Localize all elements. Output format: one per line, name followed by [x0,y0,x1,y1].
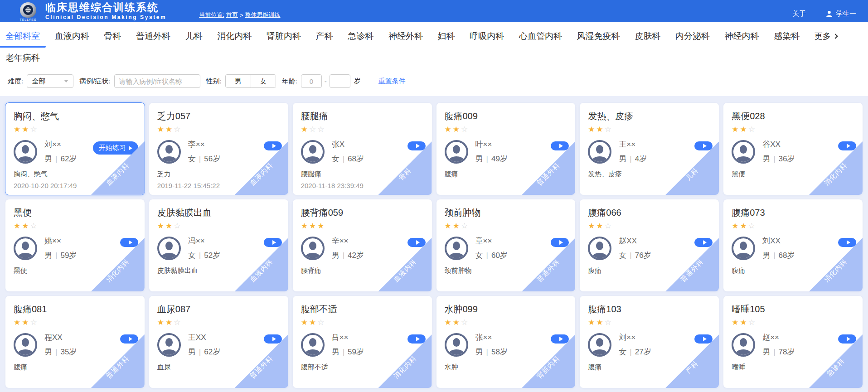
dept-tab[interactable]: 血液内科 [55,22,89,50]
app-title: 临床思维综合训练系统 [45,2,166,13]
female-button[interactable]: 女 [251,75,276,87]
case-card[interactable]: 腹痛066 ★★☆ 赵XX 女|76岁 腹痛 普通外科 [580,199,719,291]
breadcrumb: 当前位置: 首页 > 整体思维训练 [199,11,280,19]
dept-tab[interactable]: 骨科 [104,22,121,50]
patient-row: 章×× 女|60岁 [445,236,567,261]
dept-tab-label: 产科 [316,30,333,42]
star-filled-icon: ★ [596,318,605,327]
dept-tab[interactable]: 皮肤科 [635,22,660,50]
case-card[interactable]: 嗜睡105 ★★☆ 赵×× 男|78岁 嗜睡 急诊科 [723,296,863,388]
dept-tab[interactable]: 心血管内科 [519,22,562,50]
dept-tab-label: 风湿免疫科 [577,30,620,42]
case-card[interactable]: 腹痛073 ★★☆ 刘XX 男|68岁 腹痛 消化内科 [723,199,863,291]
case-card[interactable]: 黑便 ★★☆ 姚×× 男|59岁 黑便 消化内科 [5,199,145,291]
user-menu[interactable]: 学生一 [826,10,856,18]
dept-tab[interactable]: 内分泌科 [675,22,710,50]
age-max-input[interactable] [330,74,350,88]
patient-age: 59岁 [348,348,364,356]
dept-tab[interactable]: 产科 [316,22,333,50]
case-card[interactable]: 水肿099 ★★☆ 张×× 男|58岁 水肿 肾脏内科 [436,296,576,388]
start-practice-button[interactable] [694,334,713,344]
dept-tab[interactable]: 感染科 [774,22,800,50]
case-card[interactable]: 腹部不适 ★★☆ 吕×× 男|59岁 腹部不适 消化内科 [293,296,432,388]
case-card[interactable]: 黑便028 ★★☆ 谷XX 男|36岁 黑便 消化内科 [723,103,863,195]
case-card[interactable]: 腰腿痛 ★☆☆ 张X 女|68岁 腰腿痛 2020-11-18 23:39:49… [293,103,432,195]
dept-tab[interactable]: 老年病科 [5,52,40,64]
dept-tab[interactable]: 全部科室 [5,22,40,50]
difficulty-value: 全部 [32,77,45,86]
start-practice-button[interactable] [551,141,569,150]
start-practice-button[interactable] [551,334,569,344]
start-practice-button[interactable] [120,334,138,344]
play-icon [703,240,707,245]
case-card[interactable]: 腹痛009 ★★☆ 叶×× 男|49岁 腹痛 普通外科 [436,103,576,195]
dept-tab[interactable]: 消化内科 [217,22,252,50]
start-practice-button[interactable]: 开始练习 [93,141,138,155]
dept-tab[interactable]: 风湿免疫科 [577,22,620,50]
case-card[interactable]: 腹痛103 ★★☆ 刘×× 女|27岁 腹痛 产科 [580,296,719,388]
case-card[interactable]: 乏力057 ★★☆ 李×× 女|56岁 乏力 2019-11-22 15:45:… [149,103,288,195]
start-practice-button[interactable] [551,238,569,247]
reset-filters-link[interactable]: 重置条件 [378,77,406,86]
dept-tab[interactable]: 神经内科 [725,22,759,50]
case-card[interactable]: 腰背痛059 ★★★ 辛×× 男|42岁 腰背痛 血液内科 [293,199,432,291]
star-filled-icon: ★ [301,318,309,327]
start-practice-button[interactable] [407,141,426,150]
case-card[interactable]: 腹痛081 ★★☆ 程XX 男|35岁 腹痛 普通外科 [5,296,145,388]
patient-gender-age: 男|62岁 [188,347,220,357]
start-practice-button[interactable] [120,238,138,247]
start-practice-button[interactable] [694,141,713,150]
dept-tab[interactable]: 普通外科 [136,22,170,50]
case-card[interactable]: 发热、皮疹 ★★☆ 王×× 男|4岁 发热、皮疹 儿科 [580,103,719,195]
case-label: 病例/症状: [79,77,110,86]
start-practice-button[interactable] [264,141,282,150]
patient-name: 刘XX [762,236,795,246]
star-filled-icon: ★ [453,222,461,230]
dept-tab[interactable]: 神经外科 [388,22,423,50]
male-button[interactable]: 男 [226,75,251,87]
dept-tab-label: 神经外科 [388,30,423,42]
case-card[interactable]: 血尿087 ★★☆ 王XX 男|62岁 血尿 普通外科 [149,296,288,388]
patient-avatar-icon [445,333,468,357]
start-practice-button[interactable] [264,238,282,247]
start-practice-button[interactable] [838,141,856,150]
case-title: 乏力057 [157,110,280,122]
case-card[interactable]: 颈前肿物 ★★☆ 章×× 女|60岁 颈前肿物 普通外科 [436,199,576,291]
divider: | [196,251,204,260]
star-filled-icon: ★ [317,222,325,230]
breadcrumb-current: 整体思维训练 [245,11,281,19]
play-icon [416,337,420,341]
patient-name: 谷XX [762,139,795,150]
breadcrumb-home-link[interactable]: 首页 [226,11,238,19]
patient-avatar-icon [588,237,611,260]
dept-tab[interactable]: 呼吸内科 [470,22,504,50]
start-practice-button[interactable] [407,238,426,247]
divider: | [196,155,204,163]
case-search-input[interactable] [114,74,200,88]
more-tabs-button[interactable]: 更多 [815,22,837,50]
about-link[interactable]: 关于 [792,10,806,18]
patient-gender-age: 男|35岁 [44,347,77,357]
dept-tab[interactable]: 儿科 [185,22,203,50]
start-practice-button[interactable] [838,238,856,247]
patient-gender: 男 [44,348,52,356]
start-practice-button[interactable] [264,334,282,344]
difficulty-select[interactable]: 全部 [27,74,73,88]
patient-avatar-icon [445,237,468,260]
age-min-input[interactable] [301,74,322,88]
case-card[interactable]: 胸闷、憋气 ★★☆ 刘×× 男|62岁 胸闷、憋气 2020-10-20 20:… [5,103,145,195]
patient-age: 27岁 [635,348,651,356]
patient-avatar-icon [445,140,468,164]
start-practice-button[interactable] [407,334,426,344]
case-card[interactable]: 皮肤黏膜出血 ★★☆ 冯×× 女|52岁 皮肤黏膜出血 血液内科 [149,199,288,291]
difficulty-label: 难度: [8,77,23,86]
department-tabs-secondary: 老年病科 [0,50,868,66]
divider: | [52,251,60,260]
patient-gender: 男 [762,251,770,260]
patient-age: 4岁 [635,155,647,163]
dept-tab[interactable]: 急诊科 [348,22,373,50]
dept-tab[interactable]: 肾脏内科 [267,22,301,50]
start-practice-button[interactable] [838,334,856,344]
start-practice-button[interactable] [694,238,713,247]
dept-tab[interactable]: 妇科 [438,22,455,50]
